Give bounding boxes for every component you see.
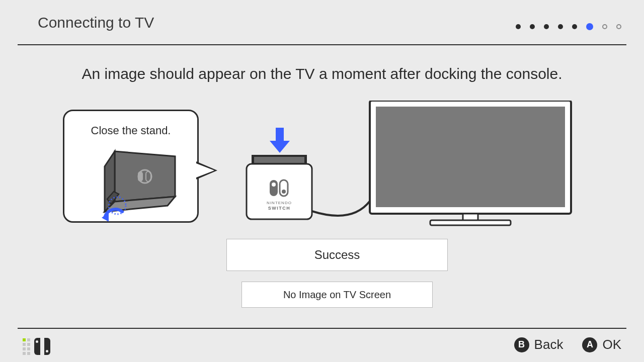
b-button-icon: B	[514, 337, 529, 352]
footer-actions: B Back A OK	[514, 337, 621, 352]
svg-rect-21	[430, 220, 511, 225]
svg-marker-10	[270, 141, 290, 153]
step-dot	[544, 24, 549, 29]
dock-tv-diagram: NINTENDO SWITCH	[0, 101, 644, 231]
step-dot-upcoming	[616, 24, 621, 29]
hdmi-cable-icon	[312, 201, 370, 216]
step-dot-active	[586, 23, 593, 30]
footer: B Back A OK	[18, 328, 626, 362]
a-button-icon: A	[582, 337, 597, 352]
no-image-button-label: No Image on TV Screen	[283, 289, 391, 301]
svg-point-17	[282, 190, 286, 194]
header: Connecting to TV	[18, 0, 626, 45]
joycon-right-icon	[44, 338, 50, 355]
svg-point-15	[272, 183, 276, 187]
step-dot	[572, 24, 577, 29]
back-label: Back	[534, 337, 564, 352]
switch-dock-icon: NINTENDO SWITCH	[247, 155, 312, 219]
page-title: Connecting to TV	[38, 14, 154, 31]
progress-dots	[516, 23, 621, 30]
tv-icon	[370, 101, 571, 225]
svg-rect-19	[376, 107, 565, 207]
controller-indicator	[23, 338, 50, 355]
step-dot-upcoming	[602, 24, 607, 29]
success-button[interactable]: Success	[226, 239, 448, 271]
back-button[interactable]: B Back	[514, 337, 564, 352]
step-dot	[516, 24, 521, 29]
instruction-text: An image should appear on the TV a momen…	[0, 65, 644, 82]
svg-rect-14	[270, 180, 278, 196]
dock-brand-bottom: SWITCH	[268, 206, 291, 211]
joycon-left-icon	[34, 338, 40, 355]
success-button-label: Success	[314, 248, 360, 262]
ok-label: OK	[602, 337, 621, 352]
no-image-button[interactable]: No Image on TV Screen	[242, 282, 433, 308]
illustration-area: Close the stand.	[0, 101, 644, 231]
svg-rect-9	[276, 128, 284, 142]
arrow-down-icon	[270, 128, 290, 153]
dock-brand-top: NINTENDO	[267, 201, 292, 205]
step-dot	[530, 24, 535, 29]
ok-button[interactable]: A OK	[582, 337, 621, 352]
player-led-icon	[23, 338, 30, 355]
step-dot	[558, 24, 563, 29]
svg-rect-12	[254, 157, 304, 163]
